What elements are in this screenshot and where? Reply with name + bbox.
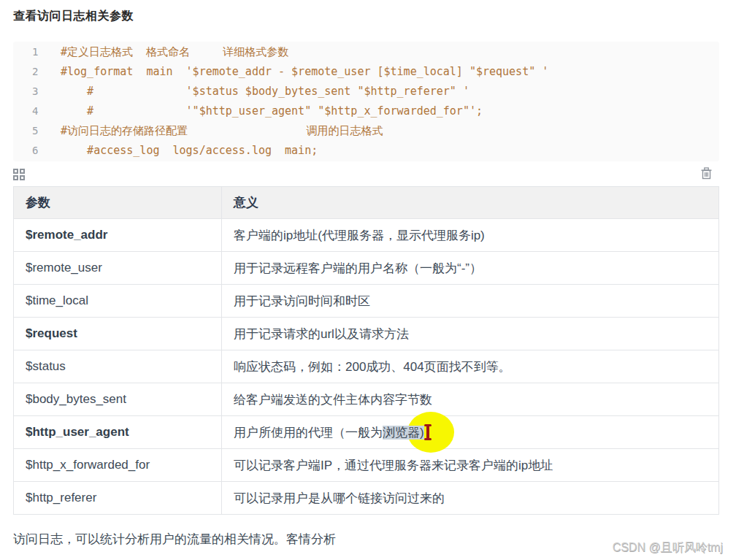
table-body: $remote_addr客户端的ip地址(代理服务器，显示代理服务ip)$rem… [14,219,719,515]
code-text: #定义日志格式 格式命名 详细格式参数 [45,42,288,62]
table-row: $body_bytes_sent给客户端发送的文件主体内容字节数 [14,383,719,416]
line-number: 2 [13,62,45,82]
meaning-cell: 可以记录用户是从哪个链接访问过来的 [222,482,719,515]
trash-icon[interactable] [701,167,712,183]
watermark: CSDN @且听风呤tmj [613,540,723,556]
line-number: 5 [13,121,45,141]
code-line: 6 #access_log logs/access.log main; [13,141,719,161]
meaning-cell: 客户端的ip地址(代理服务器，显示代理服务ip) [222,219,719,252]
meaning-text: 用户所使用的代理（一般为 [234,426,383,440]
column-header-meaning: 意义 [222,187,719,219]
line-number: 3 [13,82,45,101]
code-line: 5#访问日志的存储路径配置 调用的日志格式 [13,121,719,141]
line-number: 1 [13,42,45,62]
line-number: 4 [13,101,45,121]
annotation-zone: 浏览器) [383,426,429,440]
meaning-cell: 可以记录客户端IP，通过代理服务器来记录客户端的ip地址 [222,449,719,482]
param-cell: $remote_user [14,252,222,285]
table-row: $remote_user用于记录远程客户端的用户名称（一般为“-”） [14,252,719,285]
param-cell: $body_bytes_sent [14,383,222,416]
trash-icon-glyph [701,167,712,180]
table-row: $remote_addr客户端的ip地址(代理服务器，显示代理服务ip) [14,219,719,252]
meaning-cell: 用于记录远程客户端的用户名称（一般为“-”） [222,252,719,285]
text-cursor-icon [426,425,429,440]
article-page: 查看访问日志相关参数 1#定义日志格式 格式命名 详细格式参数2#log_for… [0,0,736,560]
table-row: $http_referer可以记录用户是从哪个链接访问过来的 [14,482,719,515]
meaning-cell: 用于记录访问时间和时区 [222,285,719,318]
meaning-cell: 给客户端发送的文件主体内容字节数 [222,383,719,416]
selected-text: 浏览器) [383,426,424,440]
code-toolbar [13,161,719,186]
code-line: 1#定义日志格式 格式命名 详细格式参数 [13,42,719,62]
param-cell: $http_x_forwarded_for [14,449,222,482]
table-row: $http_user_agent用户所使用的代理（一般为浏览器) [14,416,719,449]
param-cell: $remote_addr [14,219,222,252]
grid-icon[interactable] [13,169,25,180]
column-header-param: 参数 [14,187,222,219]
table-header-row: 参数 意义 [14,187,719,219]
param-cell: $time_local [14,285,222,318]
code-line: 4 # '"$http_user_agent" "$http_x_forward… [13,101,719,121]
table-row: $request用于记录请求的url以及请求方法 [14,318,719,350]
code-text: #log_format main '$remote_addr - $remote… [45,62,548,82]
meaning-cell: 用户所使用的代理（一般为浏览器) [222,416,719,449]
meaning-cell: 响应状态码，例如：200成功、404页面找不到等。 [222,350,719,383]
params-table: 参数 意义 $remote_addr客户端的ip地址(代理服务器，显示代理服务i… [13,186,719,515]
code-text: # '"$http_user_agent" "$http_x_forwarded… [45,101,483,121]
table-row: $status响应状态码，例如：200成功、404页面找不到等。 [14,350,719,383]
param-cell: $status [14,350,222,383]
code-block: 1#定义日志格式 格式命名 详细格式参数2#log_format main '$… [13,42,719,161]
meaning-cell: 用于记录请求的url以及请求方法 [222,318,719,350]
line-number: 6 [13,141,45,161]
code-text: #access_log logs/access.log main; [45,141,318,161]
param-cell: $http_user_agent [14,416,222,449]
param-cell: $http_referer [14,482,222,515]
code-line: 2#log_format main '$remote_addr - $remot… [13,62,719,82]
table-row: $http_x_forwarded_for可以记录客户端IP，通过代理服务器来记… [14,449,719,482]
param-cell: $request [14,318,222,350]
code-text: #访问日志的存储路径配置 调用的日志格式 [45,121,383,141]
table-row: $time_local用于记录访问时间和时区 [14,285,719,318]
code-line: 3 # '$status $body_bytes_sent "$http_ref… [13,82,719,101]
code-text: # '$status $body_bytes_sent "$http_refer… [45,82,469,101]
page-title: 查看访问日志相关参数 [13,9,719,24]
